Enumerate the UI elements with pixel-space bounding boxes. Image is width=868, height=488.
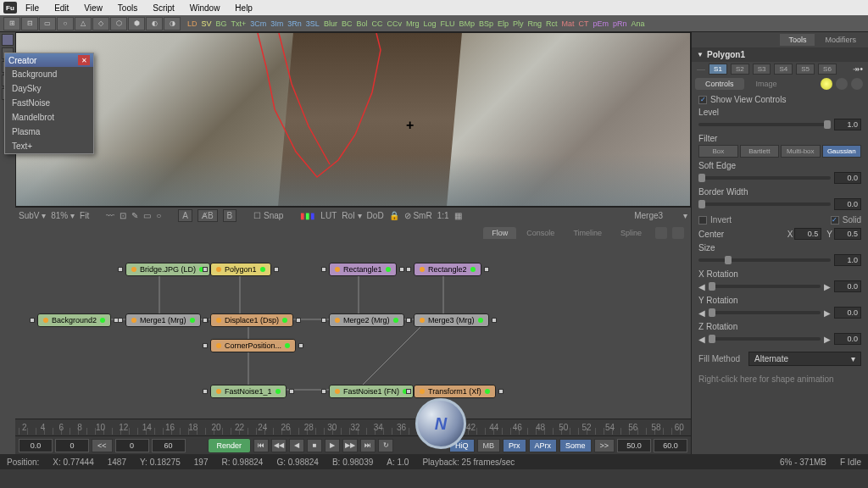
inspector-title[interactable]: ▼Polygon1 — [692, 47, 868, 62]
filter-box[interactable]: Box — [698, 145, 737, 158]
view-tool-2[interactable]: ⊡ — [120, 211, 126, 220]
toolbar-icon-8[interactable]: ◐ — [146, 17, 163, 30]
shape-anim-hint[interactable]: Right-click here for shape animation — [698, 371, 861, 384]
some-toggle[interactable]: Some — [559, 439, 592, 452]
subtab-controls[interactable]: Controls — [695, 78, 744, 90]
level-slider[interactable] — [698, 123, 831, 126]
creator-plasma[interactable]: Plasma — [5, 125, 93, 139]
filter-bartlett[interactable]: Bartlett — [740, 145, 779, 158]
toolbar-pem[interactable]: pEm — [592, 19, 611, 28]
toolbar-icon-2[interactable]: ▭ — [39, 17, 56, 30]
state-s6[interactable]: S6 — [818, 64, 837, 75]
toolbar-cc[interactable]: CC — [370, 19, 384, 28]
step-back[interactable]: ◀◀ — [271, 439, 287, 452]
stop[interactable]: ■ — [307, 439, 322, 452]
toolbar-ld[interactable]: LD — [186, 19, 199, 28]
step-fwd[interactable]: ▶▶ — [342, 439, 358, 452]
toolbar-bg[interactable]: BG — [214, 19, 229, 28]
radiation-icon[interactable] — [821, 78, 832, 90]
state-s3[interactable]: S3 — [753, 64, 771, 75]
toolbar-bol[interactable]: Bol — [354, 19, 369, 28]
yrot-value[interactable]: 0.0 — [834, 307, 861, 319]
channel-ab[interactable]: A̸B — [198, 209, 218, 222]
toolbar-ccv[interactable]: CCv — [385, 19, 403, 28]
timeline-ruler[interactable]: 2468101214161820222426283032343638404244… — [15, 419, 691, 435]
toolbar-ana[interactable]: Ana — [630, 19, 647, 28]
toolbar-icon-5[interactable]: ◇ — [92, 17, 109, 30]
toolbar-icon-0[interactable]: ⊞ — [3, 17, 20, 30]
node-fn1[interactable]: FastNoise1 (FN) — [329, 385, 414, 398]
node-xf1[interactable]: Transform1 (Xf) — [414, 385, 496, 398]
aprx-toggle[interactable]: APrx — [529, 439, 558, 452]
node-fn11[interactable]: FastNoise1_1 — [210, 385, 287, 398]
range-in[interactable] — [115, 439, 149, 452]
flow-tool-1[interactable] — [655, 227, 667, 239]
toolbar-elp[interactable]: Elp — [496, 19, 510, 28]
ratio-toggle[interactable]: 1:1 — [437, 211, 449, 220]
channel-b[interactable]: B — [223, 209, 237, 222]
toolbar-mat[interactable]: Mat — [560, 19, 576, 28]
creator-background[interactable]: Background — [5, 67, 93, 81]
menu-view[interactable]: View — [77, 2, 109, 14]
toolbar-3cm[interactable]: 3Cm — [248, 19, 268, 28]
node-bg2[interactable]: Background2 — [37, 313, 111, 327]
toolbar-prn[interactable]: pRn — [611, 19, 629, 28]
creator-daysky[interactable]: DaySky — [5, 81, 93, 96]
border-slider[interactable] — [698, 202, 831, 206]
play-fwd[interactable]: ▶ — [325, 439, 340, 452]
level-value[interactable]: 1.0 — [834, 119, 861, 130]
toolbar-icon-4[interactable]: △ — [75, 17, 92, 30]
dod-toggle[interactable]: DoD — [367, 211, 384, 220]
lut-toggle[interactable]: LUT — [320, 211, 337, 220]
menu-file[interactable]: File — [19, 2, 46, 14]
zrot-dial[interactable]: ◀ — [698, 335, 705, 344]
frame-in[interactable] — [55, 439, 89, 452]
center-y[interactable]: 0.5 — [834, 228, 861, 240]
tab-tools[interactable]: Tools — [780, 34, 815, 46]
toolbar-bmp[interactable]: BMp — [457, 19, 476, 28]
roi-toggle[interactable]: RoI ▾ — [342, 211, 361, 220]
toolbar-icon-1[interactable]: ⊟ — [21, 17, 38, 30]
arrow-icon[interactable]: ↠• — [853, 64, 863, 74]
softedge-value[interactable]: 0.0 — [834, 172, 861, 184]
toolbar-ct[interactable]: CT — [577, 19, 591, 28]
view-tool-1[interactable]: 〰 — [106, 211, 114, 220]
tab-console[interactable]: Console — [518, 227, 563, 239]
xrot-dial[interactable]: ◀ — [698, 282, 705, 291]
frame-end[interactable] — [654, 439, 687, 452]
state-s5[interactable]: S5 — [796, 64, 815, 75]
tab-timeline[interactable]: Timeline — [565, 227, 610, 239]
show-view-checkbox[interactable]: ✓ — [698, 96, 707, 104]
toolbar-sv[interactable]: SV — [200, 19, 214, 28]
fill-method-dropdown[interactable]: Alternate▾ — [748, 352, 861, 366]
loop[interactable]: ↻ — [378, 439, 393, 452]
toolbar-3rn[interactable]: 3Rn — [286, 19, 303, 28]
zoom-level[interactable]: 81% ▾ — [51, 211, 75, 220]
node-mrg1[interactable]: Merge1 (Mrg) — [125, 313, 201, 327]
frame-start[interactable] — [19, 439, 53, 452]
node-bridge[interactable]: Bridge.JPG (LD) — [125, 263, 210, 276]
toolbar-log[interactable]: Log — [421, 19, 437, 28]
zrot-slider[interactable] — [709, 337, 821, 341]
toolbar-rct[interactable]: Rct — [544, 19, 559, 28]
tab-flow[interactable]: Flow — [483, 227, 516, 239]
yrot-slider[interactable] — [709, 311, 821, 314]
xrot-slider[interactable] — [709, 285, 821, 288]
node-corner[interactable]: CornerPosition... — [210, 339, 296, 352]
frame-out[interactable] — [617, 439, 651, 452]
toolbar-flu[interactable]: FLU — [438, 19, 456, 28]
fit-button[interactable]: Fit — [80, 211, 89, 220]
node-rect2[interactable]: Rectangle2 — [414, 263, 481, 276]
go-first[interactable]: ⏮ — [253, 439, 269, 452]
creator-fastnoise[interactable]: FastNoise — [5, 96, 93, 110]
menu-window[interactable]: Window — [183, 2, 227, 14]
xrot-value[interactable]: 0.0 — [834, 280, 861, 292]
close-icon[interactable]: ✕ — [78, 55, 90, 65]
tab-modifiers[interactable]: Modifiers — [816, 34, 865, 46]
go-last[interactable]: ⏭ — [360, 439, 376, 452]
color-swatches[interactable]: ▮▮▮ — [300, 211, 315, 220]
solid-checkbox[interactable]: ✓ — [831, 216, 839, 225]
toolbar-bsp[interactable]: BSp — [477, 19, 495, 28]
filter-multibox[interactable]: Multi-box — [781, 145, 820, 158]
toolbar-3sl[interactable]: 3SL — [304, 19, 321, 28]
